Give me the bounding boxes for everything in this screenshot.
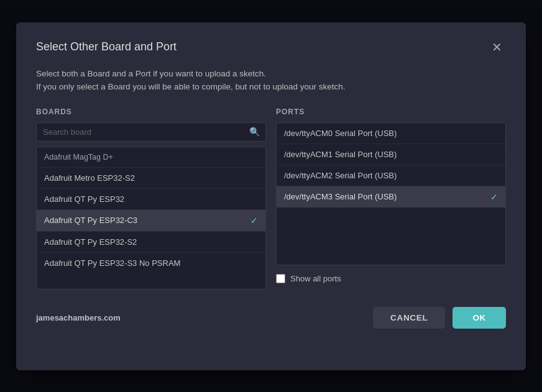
description: Select both a Board and a Port if you wa… [36,67,506,94]
dialog-header: Select Other Board and Port ✕ [36,40,506,55]
show-all-ports-checkbox[interactable] [276,274,285,283]
board-name: Adafruit QT Py ESP32 [44,194,124,204]
description-line1: Select both a Board and a Port if you wa… [36,69,266,78]
boards-column: BOARDS 🔍 Adafruit MagTag D+Adafruit Metr… [36,107,266,289]
boards-label: BOARDS [36,107,266,116]
list-item[interactable]: Adafruit MagTag D+ [37,147,265,168]
port-name: /dev/ttyACM0 Serial Port (USB) [284,129,397,138]
port-name: /dev/ttyACM1 Serial Port (USB) [284,150,397,159]
show-all-ports-label[interactable]: Show all ports [290,274,341,283]
list-item[interactable]: Adafruit QT Py ESP32-S3 No PSRAM [37,253,265,273]
list-item[interactable]: /dev/ttyACM3 Serial Port (USB)✓ [277,186,505,207]
search-input[interactable] [36,122,266,142]
list-item[interactable]: /dev/ttyACM1 Serial Port (USB) [277,144,505,165]
watermark: jamesachambers.com [36,313,365,322]
check-icon: ✓ [250,216,258,226]
columns: BOARDS 🔍 Adafruit MagTag D+Adafruit Metr… [36,107,506,289]
board-name: Adafruit QT Py ESP32-C3 [44,216,137,225]
ports-column: PORTS /dev/ttyACM0 Serial Port (USB)/dev… [276,107,506,289]
ports-list[interactable]: /dev/ttyACM0 Serial Port (USB)/dev/ttyAC… [276,122,506,265]
dialog: Select Other Board and Port ✕ Select bot… [16,22,526,370]
close-button[interactable]: ✕ [488,40,506,55]
dialog-title: Select Other Board and Port [36,40,177,53]
board-name: Adafruit QT Py ESP32-S2 [44,237,137,247]
boards-list[interactable]: Adafruit MagTag D+Adafruit Metro ESP32-S… [36,147,266,289]
show-all-ports: Show all ports [276,274,506,283]
list-item[interactable]: Adafruit QT Py ESP32-S2 [37,232,265,253]
cancel-button[interactable]: CANCEL [373,307,445,329]
footer: jamesachambers.com CANCEL OK [36,307,506,329]
port-name: /dev/ttyACM3 Serial Port (USB) [284,192,397,201]
check-icon: ✓ [490,192,498,202]
list-item[interactable]: /dev/ttyACM2 Serial Port (USB) [277,165,505,186]
ports-label: PORTS [276,107,506,116]
search-box: 🔍 [36,122,266,142]
list-item[interactable]: Adafruit QT Py ESP32-C3✓ [37,210,265,232]
board-name: Adafruit Metro ESP32-S2 [44,173,135,183]
board-name: Adafruit MagTag D+ [44,153,113,162]
port-name: /dev/ttyACM2 Serial Port (USB) [284,171,397,180]
ok-button[interactable]: OK [452,307,506,329]
board-name: Adafruit QT Py ESP32-S3 No PSRAM [44,258,180,268]
list-item[interactable]: /dev/ttyACM0 Serial Port (USB) [277,123,505,144]
list-item[interactable]: Adafruit QT Py ESP32 [37,189,265,210]
description-line2: If you only select a Board you will be a… [36,82,346,91]
list-item[interactable]: Adafruit Metro ESP32-S2 [37,168,265,189]
